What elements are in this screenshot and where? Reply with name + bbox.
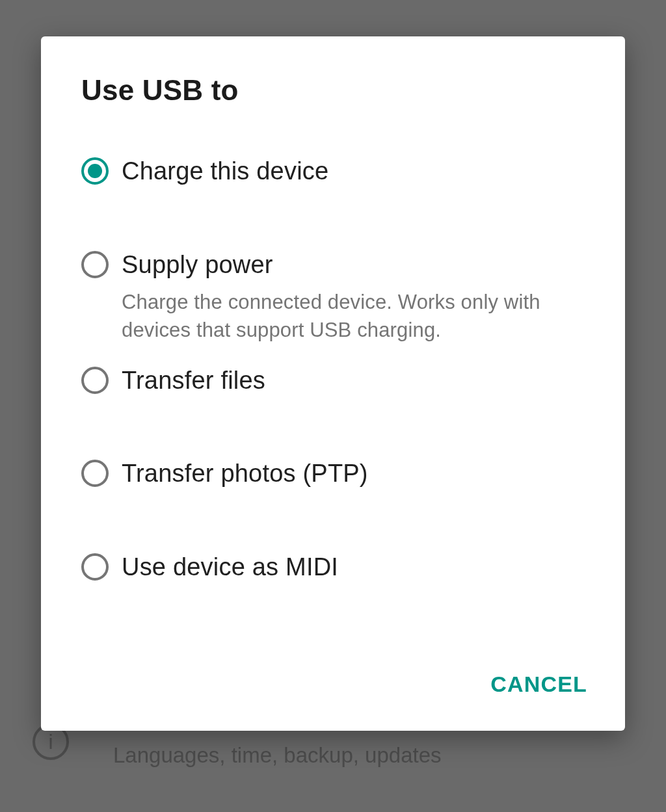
radio-unselected-icon	[81, 553, 109, 581]
radio-unselected-icon	[81, 367, 109, 394]
option-supply-power[interactable]: Supply power Charge the connected device…	[81, 218, 585, 355]
option-transfer-photos[interactable]: Transfer photos (PTP)	[81, 427, 585, 521]
cancel-button[interactable]: CANCEL	[479, 662, 599, 706]
option-label: Supply power	[122, 250, 585, 281]
dialog-title: Use USB to	[41, 36, 625, 125]
option-label: Use device as MIDI	[122, 552, 585, 583]
option-text: Supply power Charge the connected device…	[122, 250, 585, 345]
option-text: Transfer photos (PTP)	[122, 458, 585, 490]
option-text: Use device as MIDI	[122, 552, 585, 583]
radio-selected-icon	[81, 157, 109, 185]
options-list: Charge this device Supply power Charge t…	[41, 125, 625, 651]
option-text: Transfer files	[122, 365, 585, 397]
option-text: Charge this device	[122, 156, 585, 187]
usb-dialog: Use USB to Charge this device Supply pow…	[41, 36, 625, 731]
background-system-subtitle: Languages, time, backup, updates	[113, 743, 442, 768]
radio-unselected-icon	[81, 251, 109, 278]
option-transfer-files[interactable]: Transfer files	[81, 355, 585, 428]
radio-unselected-icon	[81, 460, 109, 487]
option-label: Transfer photos (PTP)	[122, 458, 585, 490]
option-use-device-midi[interactable]: Use device as MIDI	[81, 521, 585, 614]
option-label: Charge this device	[122, 156, 585, 187]
dialog-actions: CANCEL	[41, 651, 625, 731]
option-label: Transfer files	[122, 365, 585, 397]
option-subtitle: Charge the connected device. Works only …	[122, 288, 585, 345]
option-charge-this-device[interactable]: Charge this device	[81, 125, 585, 218]
